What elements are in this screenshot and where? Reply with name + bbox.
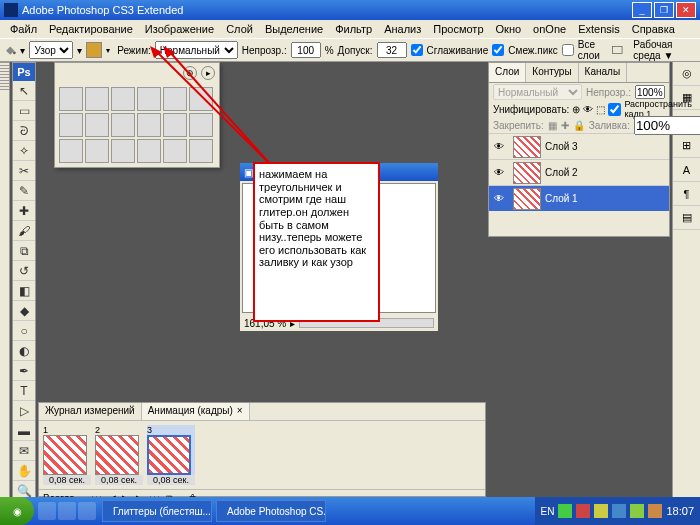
lasso-tool[interactable]: ᘒ — [13, 121, 35, 141]
dodge-tool[interactable]: ◐ — [13, 341, 35, 361]
fill-type-select[interactable]: Узор — [29, 41, 73, 59]
tray-icon[interactable] — [594, 504, 608, 518]
pattern-swatch[interactable] — [85, 139, 109, 163]
pattern-swatch[interactable] — [137, 139, 161, 163]
type-tool[interactable]: T — [13, 381, 35, 401]
dock-icon[interactable]: ◎ — [673, 62, 700, 86]
quicklaunch-icon[interactable] — [78, 502, 96, 520]
wand-tool[interactable]: ✧ — [13, 141, 35, 161]
tab-layers[interactable]: Слои — [489, 63, 526, 82]
visibility-icon[interactable]: 👁 — [489, 193, 509, 204]
pattern-swatch[interactable] — [163, 87, 187, 111]
layer-opacity-input[interactable] — [635, 85, 665, 99]
eyedropper-tool[interactable]: ✎ — [13, 181, 35, 201]
taskbar-task[interactable]: Глиттеры (блестяш... — [102, 500, 212, 522]
visibility-icon[interactable]: 👁 — [489, 141, 509, 152]
menu-item[interactable]: Редактирование — [43, 21, 139, 37]
pattern-swatch[interactable] — [59, 139, 83, 163]
menu-item[interactable]: Extensis — [572, 21, 626, 37]
menu-item[interactable]: Выделение — [259, 21, 329, 37]
dock-icon[interactable]: ▤ — [673, 206, 700, 230]
tray-icon[interactable] — [648, 504, 662, 518]
menu-item[interactable]: Фильтр — [329, 21, 378, 37]
layer-name[interactable]: Слой 3 — [545, 141, 578, 152]
tray-icon[interactable] — [630, 504, 644, 518]
layer-row[interactable]: 👁 Слой 2 — [489, 159, 669, 185]
pattern-dropdown-trigger[interactable]: ▾ — [106, 46, 113, 55]
quicklaunch-icon[interactable] — [38, 502, 56, 520]
animation-frame[interactable]: 30,08 сек. — [147, 425, 195, 485]
dock-icon[interactable]: A — [673, 158, 700, 182]
pattern-swatch[interactable] — [111, 87, 135, 111]
clock[interactable]: 18:07 — [666, 505, 694, 517]
menu-item[interactable]: Изображение — [139, 21, 220, 37]
dock-icon[interactable]: ¶ — [673, 182, 700, 206]
pattern-swatch[interactable] — [189, 113, 213, 137]
quicklaunch-icon[interactable] — [58, 502, 76, 520]
blur-tool[interactable]: ○ — [13, 321, 35, 341]
unify-style-icon[interactable]: ⬚ — [596, 102, 605, 116]
pattern-swatch[interactable] — [137, 87, 161, 111]
pattern-swatch[interactable] — [85, 87, 109, 111]
shape-tool[interactable]: ▬ — [13, 421, 35, 441]
move-tool[interactable]: ↖ — [13, 81, 35, 101]
minimize-button[interactable]: _ — [632, 2, 652, 18]
picker-menu-icon[interactable]: ▸ — [201, 66, 215, 80]
start-button[interactable]: ◉ — [0, 497, 34, 525]
pattern-swatch[interactable] — [163, 113, 187, 137]
menu-item[interactable]: Слой — [220, 21, 259, 37]
menu-item[interactable]: Справка — [626, 21, 681, 37]
taskbar-task[interactable]: Adobe Photoshop CS... — [216, 500, 326, 522]
layer-name[interactable]: Слой 2 — [545, 167, 578, 178]
lock-position-icon[interactable]: ✚ — [561, 118, 569, 132]
animation-frame[interactable]: 10,08 сек. — [43, 425, 91, 485]
close-button[interactable]: ✕ — [676, 2, 696, 18]
lang-indicator[interactable]: EN — [541, 506, 555, 517]
pen-tool[interactable]: ✒ — [13, 361, 35, 381]
tray-icon[interactable] — [576, 504, 590, 518]
tab-paths[interactable]: Контуры — [526, 63, 578, 82]
pattern-swatch[interactable] — [59, 113, 83, 137]
unify-position-icon[interactable]: ⊕ — [572, 102, 580, 116]
close-icon[interactable]: × — [237, 405, 243, 416]
opacity-input[interactable] — [291, 42, 321, 58]
blend-mode-select[interactable]: Нормальный — [155, 41, 238, 59]
menu-item[interactable]: Просмотр — [427, 21, 489, 37]
dock-icon[interactable]: ⊞ — [673, 134, 700, 158]
layer-row[interactable]: 👁 Слой 1 — [489, 185, 669, 211]
eraser-tool[interactable]: ◧ — [13, 281, 35, 301]
visibility-icon[interactable]: 👁 — [489, 167, 509, 178]
brush-tool[interactable]: 🖌 — [13, 221, 35, 241]
menu-item[interactable]: Окно — [490, 21, 528, 37]
tolerance-input[interactable] — [377, 42, 407, 58]
animation-frame[interactable]: 20,08 сек. — [95, 425, 143, 485]
pattern-swatch[interactable] — [59, 87, 83, 111]
new-pattern-icon[interactable]: ⊕ — [183, 66, 197, 80]
pattern-swatch[interactable] — [111, 139, 135, 163]
tab-animation[interactable]: Анимация (кадры)× — [142, 403, 250, 420]
antialias-checkbox[interactable] — [411, 44, 423, 56]
layer-fill-input[interactable] — [634, 116, 700, 135]
menu-item[interactable]: Анализ — [378, 21, 427, 37]
pattern-swatch[interactable] — [111, 113, 135, 137]
tray-icon[interactable] — [558, 504, 572, 518]
maximize-button[interactable]: ❐ — [654, 2, 674, 18]
pattern-swatch[interactable] — [85, 113, 109, 137]
tab-channels[interactable]: Каналы — [579, 63, 628, 82]
history-brush-tool[interactable]: ↺ — [13, 261, 35, 281]
layer-blend-select[interactable]: Нормальный — [493, 84, 582, 100]
menu-item[interactable]: onOne — [527, 21, 572, 37]
notes-tool[interactable]: ✉ — [13, 441, 35, 461]
hand-tool[interactable]: ✋ — [13, 461, 35, 481]
pattern-swatch[interactable] — [137, 113, 161, 137]
pattern-swatch[interactable] — [163, 139, 187, 163]
tab-measurement-log[interactable]: Журнал измерений — [39, 403, 142, 420]
propagate-checkbox[interactable] — [608, 103, 621, 116]
path-tool[interactable]: ▷ — [13, 401, 35, 421]
marquee-tool[interactable]: ▭ — [13, 101, 35, 121]
menu-item[interactable]: Файл — [4, 21, 43, 37]
lock-all-icon[interactable]: 🔒 — [573, 118, 585, 132]
bucket-tool[interactable]: ◆ — [13, 301, 35, 321]
layer-name[interactable]: Слой 1 — [545, 193, 578, 204]
workspace-button[interactable]: Рабочая среда ▼ — [627, 37, 696, 63]
